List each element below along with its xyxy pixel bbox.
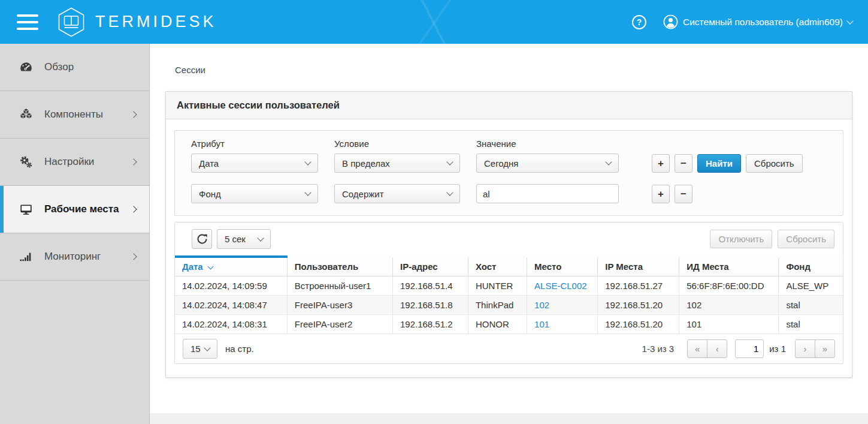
attribute-field-2: Фонд xyxy=(191,184,318,203)
column-header[interactable]: Место xyxy=(527,257,598,276)
sessions-panel: Активные сессии пользователей Атрибут Да… xyxy=(165,91,852,378)
hamburger-menu-icon[interactable] xyxy=(17,14,38,30)
sidebar-item-components[interactable]: Компоненты xyxy=(0,91,149,139)
table-row: 14.02.2024, 14:09:59Встроенный-user1192.… xyxy=(175,276,843,296)
last-page-button[interactable]: » xyxy=(815,339,835,358)
top-bar-right: ? Системный пользователь (admin609) xyxy=(632,14,852,29)
workplace-link[interactable]: 102 xyxy=(534,300,549,310)
add-filter-button[interactable]: + xyxy=(652,185,670,203)
sessions-table-box: 5 сек Отключить Сбросить Да xyxy=(174,222,843,364)
main-content: Сессии Активные сессии пользователей Атр… xyxy=(150,44,868,424)
sidebar-item-settings[interactable]: Настройки xyxy=(0,139,149,186)
help-icon[interactable]: ? xyxy=(632,15,646,29)
chevron-down-icon xyxy=(304,158,311,165)
breadcrumb: Сессии xyxy=(175,65,852,75)
workplace-link[interactable]: 101 xyxy=(534,319,549,329)
sessions-table: ДатаПользовательIP-адресХостМестоIP Мест… xyxy=(175,255,843,334)
chevron-down-icon xyxy=(446,158,453,165)
reset-filters-button[interactable]: Сбросить xyxy=(746,154,803,173)
pagination: 1-3 из 3 « ‹ из 1 › » xyxy=(642,339,835,358)
disconnect-button[interactable]: Отключить xyxy=(710,230,772,248)
chevron-down-icon xyxy=(446,189,453,196)
workplace-link[interactable]: ALSE-CL002 xyxy=(534,281,587,291)
column-header[interactable]: Дата xyxy=(175,257,287,276)
workplaces-icon xyxy=(18,202,34,216)
chevron-down-icon xyxy=(605,158,612,165)
condition-select-2[interactable]: Содержит xyxy=(334,184,460,203)
first-page-button[interactable]: « xyxy=(687,339,707,358)
pagination-forward-group: › » xyxy=(795,339,835,358)
next-page-button[interactable]: › xyxy=(795,339,815,358)
user-avatar-icon xyxy=(663,14,678,29)
filter-row-2-actions: + − xyxy=(652,185,692,203)
user-name-label: Системный пользователь (admin609) xyxy=(683,17,843,28)
chevron-right-icon xyxy=(130,158,137,165)
sidebar-item-overview[interactable]: Обзор xyxy=(0,44,149,91)
pagination-summary: 1-3 из 3 xyxy=(642,344,675,354)
sidebar-item-workplaces[interactable]: Рабочие места xyxy=(0,186,149,233)
attribute-select-2[interactable]: Фонд xyxy=(191,184,318,203)
refresh-interval-value: 5 сек xyxy=(225,234,246,244)
attribute-select-2-value: Фонд xyxy=(199,189,221,199)
condition-label: Условие xyxy=(334,139,460,149)
value-label: Значение xyxy=(476,139,619,149)
chevron-right-icon xyxy=(130,111,137,118)
condition-select-2-value: Содержит xyxy=(342,189,384,199)
reset-sessions-button[interactable]: Сбросить xyxy=(778,230,834,248)
attribute-label: Атрибут xyxy=(191,139,318,149)
refresh-button[interactable] xyxy=(192,229,212,249)
remove-filter-button[interactable]: − xyxy=(675,154,692,173)
value-field-2 xyxy=(476,184,619,203)
chevron-right-icon xyxy=(130,253,137,260)
attribute-field: Атрибут Дата xyxy=(191,139,318,173)
table-head-row: ДатаПользовательIP-адресХостМестоIP Мест… xyxy=(175,257,843,276)
components-icon xyxy=(18,107,34,122)
add-filter-button[interactable]: + xyxy=(652,154,670,173)
sidebar-item-label: Обзор xyxy=(44,61,136,73)
sort-caret-icon xyxy=(207,264,213,270)
layout: Обзор Компоненты xyxy=(0,44,868,424)
sidebar-item-label: Рабочие места xyxy=(44,203,126,215)
chevron-down-icon xyxy=(257,234,264,241)
page-number-input[interactable] xyxy=(735,339,764,358)
column-header[interactable]: Фонд xyxy=(779,257,843,276)
top-bar-left: TERMIDESK xyxy=(17,7,217,37)
prev-page-button[interactable]: ‹ xyxy=(707,339,727,358)
table-footer: 15 на стр. 1-3 из 3 « ‹ из 1 xyxy=(175,334,843,363)
value-select[interactable]: Сегодня xyxy=(476,154,619,173)
filter-row-1: Атрибут Дата Условие В пределах xyxy=(191,139,831,173)
attribute-select-value: Дата xyxy=(199,158,219,169)
condition-field-2: Содержит xyxy=(334,184,460,203)
table-toolbar-actions: Отключить Сбросить xyxy=(710,230,834,248)
column-header[interactable]: Пользователь xyxy=(287,257,392,276)
user-menu[interactable]: Системный пользователь (admin609) xyxy=(663,14,852,29)
attribute-select[interactable]: Дата xyxy=(191,154,318,173)
table-row: 14.02.2024, 14:08:31FreeIPA-user2192.168… xyxy=(175,315,843,334)
remove-filter-button[interactable]: − xyxy=(675,185,692,203)
total-pages-label: из 1 xyxy=(769,344,786,354)
column-header[interactable]: IP Места xyxy=(598,257,679,276)
sidebar-item-monitoring[interactable]: Мониторинг xyxy=(0,233,149,281)
top-bar: TERMIDESK ? Системный пользователь (admi… xyxy=(0,0,868,44)
refresh-interval-select[interactable]: 5 сек xyxy=(217,229,271,249)
column-header[interactable]: Хост xyxy=(468,257,527,276)
sidebar: Обзор Компоненты xyxy=(0,44,150,424)
page-size-value: 15 xyxy=(190,344,201,354)
chevron-down-icon xyxy=(304,189,311,196)
value-input[interactable] xyxy=(476,184,619,203)
filter-box: Атрибут Дата Условие В пределах xyxy=(174,130,843,216)
column-header[interactable]: IP-адрес xyxy=(392,257,468,276)
column-header[interactable]: ИД Места xyxy=(679,257,779,276)
condition-select[interactable]: В пределах xyxy=(334,154,460,173)
termidesk-logo-icon xyxy=(56,7,86,37)
table-row: 14.02.2024, 14:08:47FreeIPA-user3192.168… xyxy=(175,296,843,315)
search-button[interactable]: Найти xyxy=(697,154,741,173)
sidebar-item-label: Мониторинг xyxy=(44,251,126,263)
filter-row-2: Фонд Содержит xyxy=(191,184,831,203)
brand: TERMIDESK xyxy=(56,7,217,37)
sidebar-item-label: Настройки xyxy=(44,156,126,168)
page-size-select[interactable]: 15 xyxy=(183,339,217,359)
monitoring-icon xyxy=(18,249,34,264)
settings-icon xyxy=(18,155,34,169)
panel-body: Атрибут Дата Условие В пределах xyxy=(166,119,852,377)
